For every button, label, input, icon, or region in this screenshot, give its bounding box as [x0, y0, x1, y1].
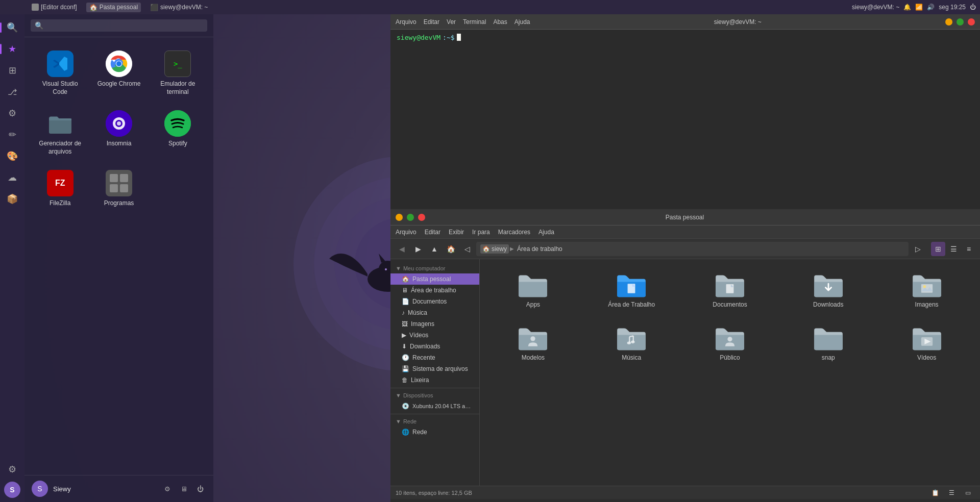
sidebar-icon-settings-top[interactable]: ⚙: [3, 104, 21, 122]
fm-sidebar-item-xubuntu[interactable]: 💿 Xubuntu 20.04 LTS am...: [390, 400, 479, 412]
fm-list-view-btn[interactable]: ≡: [962, 242, 976, 256]
fm-sidebar-item-rede[interactable]: 🌐 Rede: [390, 426, 479, 438]
fm-sidebar-item-lixeira[interactable]: 🗑 Lixeira: [390, 374, 479, 386]
fm-sidebar-item-pasta-pessoal[interactable]: 🏠 Pasta pessoal: [390, 273, 479, 285]
edit-icon: ✏: [9, 129, 16, 140]
fm-menu-marcadores[interactable]: Marcadores: [498, 229, 530, 236]
app-item-programs[interactable]: Programas: [91, 165, 146, 213]
icon-area-trabalho: 🖥: [402, 287, 408, 294]
fm-menu-editar[interactable]: Editar: [425, 229, 440, 236]
search-input-wrap[interactable]: 🔍: [31, 19, 207, 32]
fm-menu-ajuda[interactable]: Ajuda: [538, 229, 554, 236]
volume-icon[interactable]: 🔊: [927, 4, 935, 11]
user-avatar: S: [32, 481, 48, 497]
svg-rect-14: [49, 118, 71, 134]
fm-file-documentos[interactable]: Documentos: [685, 267, 775, 312]
app-item-terminal[interactable]: >_ Emulador de terminal: [151, 45, 205, 101]
fm-sidebar-header-dispositivos[interactable]: ▼ Dispositivos: [390, 390, 479, 400]
app-item-spotify[interactable]: Spotify: [151, 105, 205, 161]
terminal-menu-editar[interactable]: Editar: [424, 18, 439, 26]
fm-forward-btn[interactable]: ▶: [411, 242, 425, 256]
fm-sidebar-item-recente[interactable]: 🕐 Recente: [390, 352, 479, 363]
app-item-insomnia[interactable]: Insomnia: [91, 105, 146, 161]
breadcrumb-home[interactable]: 🏠 siewy: [480, 244, 509, 254]
sidebar-icon-git[interactable]: ⎇: [3, 83, 21, 101]
fm-sidebar-header-computador[interactable]: ▼ Meu computador: [390, 263, 479, 273]
fm-grid-view-btn[interactable]: ⊞: [931, 242, 945, 256]
fm-close-btn[interactable]: [418, 214, 425, 221]
fm-file-snap[interactable]: snap: [783, 320, 873, 365]
fm-minimize-btn[interactable]: [396, 214, 403, 221]
app-item-filezilla[interactable]: FZ FileZilla: [33, 165, 87, 213]
app-icon-terminal: >_: [164, 51, 191, 77]
fm-sidebar-item-downloads[interactable]: ⬇ Downloads: [390, 341, 479, 352]
user-settings-btn[interactable]: ⚙: [161, 483, 174, 495]
fm-sidebar-item-videos[interactable]: ▶ Vídeos: [390, 330, 479, 341]
fm-collapse-left-btn[interactable]: ◁: [460, 242, 474, 256]
sidebar-icon-search[interactable]: 🔍: [3, 18, 21, 37]
user-avatar-sidebar[interactable]: S: [4, 482, 20, 498]
terminal-body[interactable]: siewy@devVM :~$: [390, 30, 980, 45]
fm-file-area-trabalho[interactable]: Área de Trabalho: [586, 267, 677, 312]
network-icon[interactable]: 📶: [915, 4, 923, 11]
fm-collapse-right-btn[interactable]: ▷: [911, 242, 925, 256]
terminal-menu-ajuda[interactable]: Ajuda: [514, 18, 530, 26]
fm-home-btn[interactable]: 🏠: [444, 242, 458, 256]
search-input[interactable]: [46, 22, 203, 30]
fm-breadcrumb: 🏠 siewy ▶ Área de trabalho: [476, 242, 909, 256]
fm-sidebar-header-rede[interactable]: ▼ Rede: [390, 416, 479, 426]
prompt-cursor: [457, 34, 461, 41]
topbar-terminal[interactable]: ⬛ siewy@devVM: ~: [147, 3, 211, 12]
maximize-btn[interactable]: [957, 18, 964, 26]
fm-statusbar-btn-2[interactable]: ☰: [944, 486, 959, 500]
sidebar-icon-cloud[interactable]: ☁: [3, 168, 21, 187]
terminal-menu-arquivo[interactable]: Arquivo: [396, 18, 416, 26]
terminal-menu-terminal[interactable]: Terminal: [463, 18, 486, 26]
close-btn[interactable]: [968, 18, 975, 26]
notification-icon[interactable]: 🔔: [903, 4, 911, 11]
sidebar-icon-settings-bottom[interactable]: ⚙: [3, 460, 21, 479]
search-icon: 🔍: [7, 22, 18, 33]
fm-maximize-btn[interactable]: [407, 214, 414, 221]
fm-file-musica[interactable]: Música: [586, 320, 677, 365]
fm-file-publico[interactable]: Público: [685, 320, 775, 365]
user-logout-btn[interactable]: ⏻: [194, 483, 206, 495]
sidebar-icon-palette[interactable]: 🎨: [3, 147, 21, 165]
sidebar-icon-edit[interactable]: ✏: [3, 126, 21, 144]
fm-file-videos[interactable]: Vídeos: [881, 320, 972, 365]
breadcrumb-desktop[interactable]: Área de trabalho: [515, 244, 565, 254]
app-item-chrome[interactable]: Google Chrome: [91, 45, 146, 101]
app-item-vscode[interactable]: Visual Studio Code: [33, 45, 87, 101]
fm-file-label-area-trabalho: Área de Trabalho: [608, 301, 655, 308]
fm-statusbar-btn-3[interactable]: ▭: [961, 486, 975, 500]
fm-sidebar-item-area-trabalho[interactable]: 🖥 Área de trabalho: [390, 285, 479, 296]
fm-file-downloads[interactable]: Downloads: [783, 267, 873, 312]
icon-rede: 🌐: [402, 429, 409, 436]
minimize-btn[interactable]: [945, 18, 952, 26]
fm-sidebar-item-documentos[interactable]: 📄 Documentos: [390, 296, 479, 307]
fm-back-btn[interactable]: ◀: [395, 242, 409, 256]
fm-file-imagens[interactable]: Imagens: [881, 267, 972, 312]
fm-file-label-modelos: Modelos: [522, 354, 545, 361]
fm-file-apps[interactable]: Apps: [488, 267, 578, 312]
sidebar-icon-package[interactable]: 📦: [3, 190, 21, 208]
app-item-files[interactable]: Gerenciador de arquivos: [33, 105, 87, 161]
fm-sidebar-item-imagens[interactable]: 🖼 Imagens: [390, 318, 479, 330]
fm-statusbar-btn-1[interactable]: 📋: [928, 486, 942, 500]
fm-menu-irpara[interactable]: Ir para: [472, 229, 490, 236]
topbar-app-launcher[interactable]: [Editor dconf]: [29, 3, 80, 12]
terminal-menu-ver[interactable]: Ver: [447, 18, 456, 26]
sidebar-icon-apps[interactable]: ⊞: [3, 61, 21, 80]
power-icon[interactable]: ⏻: [970, 4, 976, 11]
sidebar-icon-favorites[interactable]: ★: [3, 40, 21, 58]
terminal-menu-abas[interactable]: Abas: [493, 18, 507, 26]
fm-sidebar-item-musica[interactable]: ♪ Música: [390, 307, 479, 318]
fm-menu-exibir[interactable]: Exibir: [449, 229, 464, 236]
topbar-pasta-pessoal[interactable]: 🏠 Pasta pessoal: [86, 3, 141, 12]
fm-compact-view-btn[interactable]: ☰: [946, 242, 961, 256]
fm-file-modelos[interactable]: Modelos: [488, 320, 578, 365]
fm-up-btn[interactable]: ▲: [427, 242, 442, 256]
user-display-btn[interactable]: 🖥: [178, 483, 190, 495]
fm-sidebar-item-sistema[interactable]: 💾 Sistema de arquivos: [390, 363, 479, 374]
fm-menu-arquivo[interactable]: Arquivo: [396, 229, 416, 236]
